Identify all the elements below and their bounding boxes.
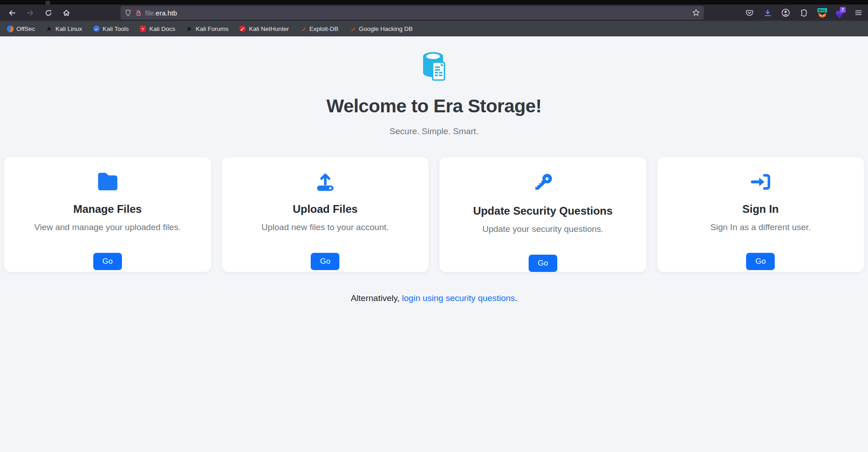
purple-extension-button[interactable]: 7 [833,6,847,20]
go-button-upload-files[interactable]: Go [311,253,339,270]
back-icon [8,9,16,17]
navigation-toolbar: file.era.htb Burp 7 [0,5,868,21]
sign-in-icon [750,172,772,192]
kali-dragon-icon [45,25,53,32]
kali-docs-icon [139,25,146,32]
bookmark-kali-tools[interactable]: Kali Tools [93,25,129,32]
foxyproxy-burp-label: Burp [818,8,827,12]
card-upload-files: Upload Files Upload new files to your ac… [222,157,429,272]
bookmarks-toolbar: OffSec Kali Linux Kali Tools Kali Docs K… [0,21,868,36]
home-button[interactable] [59,6,74,20]
alternative-login-line: Alternatively, login using security ques… [0,293,868,303]
upload-icon [314,172,336,192]
go-button-update-security-questions[interactable]: Go [529,255,557,272]
card-update-security-questions: Update Security Questions Update your se… [439,157,646,272]
go-button-sign-in[interactable]: Go [746,253,775,270]
forward-icon [26,9,34,17]
extensions-button[interactable] [797,6,811,20]
downloads-button[interactable] [761,6,774,20]
footer-prefix: Alternatively, [351,293,402,303]
footer-suffix: . [515,293,517,303]
kali-dragon-icon [186,25,193,32]
url-subdomain: file. [145,9,156,17]
page-subtitle: Secure. Simple. Smart. [0,126,868,136]
reload-icon [45,9,52,17]
card-manage-files: Manage Files View and manage your upload… [4,157,211,272]
go-button-manage-files[interactable]: Go [93,253,122,270]
bookmark-kali-docs[interactable]: Kali Docs [139,25,175,32]
card-description: Update your security questions. [448,224,638,234]
card-title: Manage Files [12,203,203,216]
bookmark-star-icon[interactable] [692,9,700,17]
card-title: Sign In [666,203,856,216]
page-title: Welcome to Era Storage! [0,95,868,117]
download-icon [763,9,772,17]
insecure-lock-icon[interactable] [135,9,142,17]
extension-badge: 7 [840,7,846,13]
url-domain: era.htb [156,9,177,17]
page-content: Welcome to Era Storage! Secure. Simple. … [0,36,868,452]
forward-button[interactable] [23,6,37,20]
fox-icon [818,13,827,18]
bookmark-kali-forums[interactable]: Kali Forums [186,25,228,32]
bookmark-kali-linux[interactable]: Kali Linux [45,25,82,32]
card-title: Update Security Questions [448,205,638,217]
foxyproxy-icon: Burp [818,8,827,18]
card-title: Upload Files [230,203,421,216]
nethunter-icon [239,25,246,32]
security-questions-login-link[interactable]: login using security questions [402,293,515,303]
purple-extension-icon: 7 [835,7,846,19]
home-icon [62,9,71,17]
bookmark-offsec[interactable]: OffSec [6,25,35,32]
account-icon [781,8,790,17]
pocket-icon [745,9,754,17]
reload-button[interactable] [41,6,56,20]
folder-icon [96,172,119,192]
menu-button[interactable] [852,6,865,20]
card-description: View and manage your uploaded files. [12,222,203,232]
feature-cards: Manage Files View and manage your upload… [0,157,868,272]
offsec-icon [6,25,14,32]
bookmark-exploit-db[interactable]: Exploit-DB [299,25,338,32]
hamburger-icon [854,9,863,17]
address-bar[interactable]: file.era.htb [121,6,704,20]
kali-tools-icon [93,25,100,32]
card-sign-in: Sign In Sign In as a different user. Go [657,157,864,272]
card-description: Upload new files to your account. [230,222,421,232]
ghdb-icon [349,25,356,32]
pocket-button[interactable] [742,6,756,20]
account-button[interactable] [779,6,792,20]
exploitdb-icon [299,25,307,32]
tab-edge [45,1,50,5]
card-description: Sign In as a different user. [666,222,856,232]
bookmark-google-hacking-db[interactable]: Google Hacking DB [349,25,413,32]
foxyproxy-button[interactable]: Burp [815,6,829,20]
puzzle-icon [800,9,808,17]
database-logo-icon [420,50,448,84]
url-text: file.era.htb [145,9,177,17]
back-button[interactable] [5,6,19,20]
tracking-shield-icon[interactable] [124,9,132,17]
key-icon [532,172,554,194]
tab-strip [0,0,868,5]
bookmark-kali-nethunter[interactable]: Kali NetHunter [239,25,289,32]
